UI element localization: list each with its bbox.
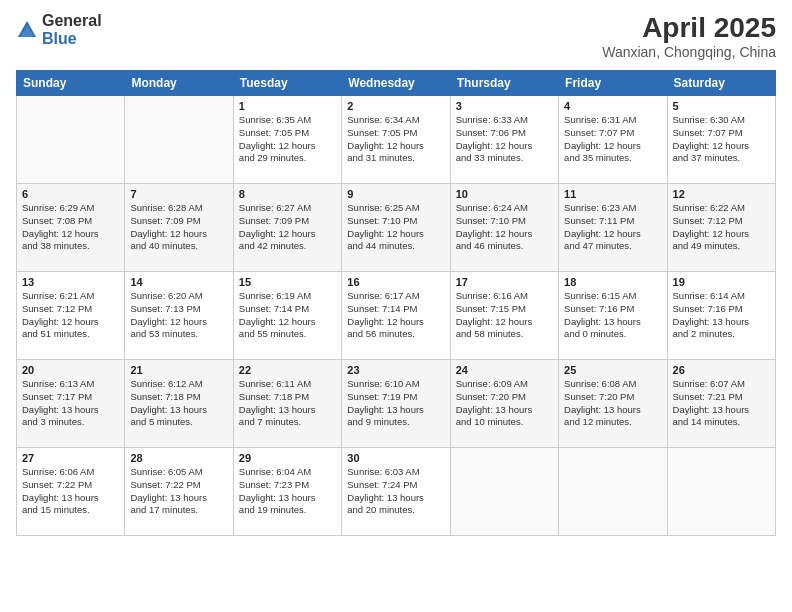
calendar-week-row: 13Sunrise: 6:21 AM Sunset: 7:12 PM Dayli… — [17, 272, 776, 360]
calendar-week-row: 6Sunrise: 6:29 AM Sunset: 7:08 PM Daylig… — [17, 184, 776, 272]
day-number: 30 — [347, 452, 444, 464]
day-number: 19 — [673, 276, 770, 288]
logo-blue: Blue — [42, 30, 102, 48]
calendar-cell: 2Sunrise: 6:34 AM Sunset: 7:05 PM Daylig… — [342, 96, 450, 184]
calendar-cell — [667, 448, 775, 536]
calendar-cell: 15Sunrise: 6:19 AM Sunset: 7:14 PM Dayli… — [233, 272, 341, 360]
day-info: Sunrise: 6:21 AM Sunset: 7:12 PM Dayligh… — [22, 290, 119, 341]
logo-general: General — [42, 12, 102, 30]
day-number: 15 — [239, 276, 336, 288]
month-year: April 2025 — [602, 12, 776, 44]
day-info: Sunrise: 6:06 AM Sunset: 7:22 PM Dayligh… — [22, 466, 119, 517]
calendar-week-row: 27Sunrise: 6:06 AM Sunset: 7:22 PM Dayli… — [17, 448, 776, 536]
day-number: 11 — [564, 188, 661, 200]
calendar-week-row: 1Sunrise: 6:35 AM Sunset: 7:05 PM Daylig… — [17, 96, 776, 184]
day-number: 26 — [673, 364, 770, 376]
weekday-header-row: SundayMondayTuesdayWednesdayThursdayFrid… — [17, 71, 776, 96]
day-info: Sunrise: 6:14 AM Sunset: 7:16 PM Dayligh… — [673, 290, 770, 341]
calendar-cell — [559, 448, 667, 536]
day-info: Sunrise: 6:16 AM Sunset: 7:15 PM Dayligh… — [456, 290, 553, 341]
day-info: Sunrise: 6:35 AM Sunset: 7:05 PM Dayligh… — [239, 114, 336, 165]
day-info: Sunrise: 6:09 AM Sunset: 7:20 PM Dayligh… — [456, 378, 553, 429]
day-info: Sunrise: 6:11 AM Sunset: 7:18 PM Dayligh… — [239, 378, 336, 429]
day-number: 6 — [22, 188, 119, 200]
day-info: Sunrise: 6:07 AM Sunset: 7:21 PM Dayligh… — [673, 378, 770, 429]
day-info: Sunrise: 6:15 AM Sunset: 7:16 PM Dayligh… — [564, 290, 661, 341]
day-number: 25 — [564, 364, 661, 376]
day-number: 7 — [130, 188, 227, 200]
calendar-cell — [125, 96, 233, 184]
day-info: Sunrise: 6:17 AM Sunset: 7:14 PM Dayligh… — [347, 290, 444, 341]
calendar-cell: 24Sunrise: 6:09 AM Sunset: 7:20 PM Dayli… — [450, 360, 558, 448]
calendar-cell — [450, 448, 558, 536]
calendar-cell: 7Sunrise: 6:28 AM Sunset: 7:09 PM Daylig… — [125, 184, 233, 272]
calendar-cell: 9Sunrise: 6:25 AM Sunset: 7:10 PM Daylig… — [342, 184, 450, 272]
calendar-cell: 29Sunrise: 6:04 AM Sunset: 7:23 PM Dayli… — [233, 448, 341, 536]
day-info: Sunrise: 6:20 AM Sunset: 7:13 PM Dayligh… — [130, 290, 227, 341]
calendar-cell: 19Sunrise: 6:14 AM Sunset: 7:16 PM Dayli… — [667, 272, 775, 360]
logo: General Blue — [16, 12, 102, 47]
day-number: 2 — [347, 100, 444, 112]
calendar-cell: 13Sunrise: 6:21 AM Sunset: 7:12 PM Dayli… — [17, 272, 125, 360]
calendar-cell: 27Sunrise: 6:06 AM Sunset: 7:22 PM Dayli… — [17, 448, 125, 536]
calendar-cell: 28Sunrise: 6:05 AM Sunset: 7:22 PM Dayli… — [125, 448, 233, 536]
day-number: 12 — [673, 188, 770, 200]
weekday-header-thursday: Thursday — [450, 71, 558, 96]
calendar-cell: 4Sunrise: 6:31 AM Sunset: 7:07 PM Daylig… — [559, 96, 667, 184]
weekday-header-wednesday: Wednesday — [342, 71, 450, 96]
day-number: 13 — [22, 276, 119, 288]
day-info: Sunrise: 6:05 AM Sunset: 7:22 PM Dayligh… — [130, 466, 227, 517]
day-number: 20 — [22, 364, 119, 376]
day-info: Sunrise: 6:13 AM Sunset: 7:17 PM Dayligh… — [22, 378, 119, 429]
day-number: 28 — [130, 452, 227, 464]
day-number: 8 — [239, 188, 336, 200]
calendar-cell: 22Sunrise: 6:11 AM Sunset: 7:18 PM Dayli… — [233, 360, 341, 448]
weekday-header-monday: Monday — [125, 71, 233, 96]
day-info: Sunrise: 6:10 AM Sunset: 7:19 PM Dayligh… — [347, 378, 444, 429]
calendar-cell: 10Sunrise: 6:24 AM Sunset: 7:10 PM Dayli… — [450, 184, 558, 272]
day-number: 10 — [456, 188, 553, 200]
calendar-cell — [17, 96, 125, 184]
day-number: 16 — [347, 276, 444, 288]
day-number: 1 — [239, 100, 336, 112]
day-info: Sunrise: 6:24 AM Sunset: 7:10 PM Dayligh… — [456, 202, 553, 253]
calendar-table: SundayMondayTuesdayWednesdayThursdayFrid… — [16, 70, 776, 536]
calendar-page: General Blue April 2025 Wanxian, Chongqi… — [0, 0, 792, 612]
day-info: Sunrise: 6:12 AM Sunset: 7:18 PM Dayligh… — [130, 378, 227, 429]
day-info: Sunrise: 6:33 AM Sunset: 7:06 PM Dayligh… — [456, 114, 553, 165]
calendar-cell: 25Sunrise: 6:08 AM Sunset: 7:20 PM Dayli… — [559, 360, 667, 448]
calendar-cell: 26Sunrise: 6:07 AM Sunset: 7:21 PM Dayli… — [667, 360, 775, 448]
calendar-cell: 6Sunrise: 6:29 AM Sunset: 7:08 PM Daylig… — [17, 184, 125, 272]
day-number: 17 — [456, 276, 553, 288]
calendar-cell: 30Sunrise: 6:03 AM Sunset: 7:24 PM Dayli… — [342, 448, 450, 536]
calendar-cell: 8Sunrise: 6:27 AM Sunset: 7:09 PM Daylig… — [233, 184, 341, 272]
day-number: 18 — [564, 276, 661, 288]
location: Wanxian, Chongqing, China — [602, 44, 776, 60]
weekday-header-sunday: Sunday — [17, 71, 125, 96]
day-info: Sunrise: 6:08 AM Sunset: 7:20 PM Dayligh… — [564, 378, 661, 429]
calendar-cell: 11Sunrise: 6:23 AM Sunset: 7:11 PM Dayli… — [559, 184, 667, 272]
title-block: April 2025 Wanxian, Chongqing, China — [602, 12, 776, 60]
day-info: Sunrise: 6:19 AM Sunset: 7:14 PM Dayligh… — [239, 290, 336, 341]
day-info: Sunrise: 6:23 AM Sunset: 7:11 PM Dayligh… — [564, 202, 661, 253]
calendar-cell: 21Sunrise: 6:12 AM Sunset: 7:18 PM Dayli… — [125, 360, 233, 448]
day-number: 21 — [130, 364, 227, 376]
day-number: 14 — [130, 276, 227, 288]
day-number: 24 — [456, 364, 553, 376]
weekday-header-tuesday: Tuesday — [233, 71, 341, 96]
calendar-cell: 16Sunrise: 6:17 AM Sunset: 7:14 PM Dayli… — [342, 272, 450, 360]
header: General Blue April 2025 Wanxian, Chongqi… — [16, 12, 776, 60]
day-number: 23 — [347, 364, 444, 376]
weekday-header-saturday: Saturday — [667, 71, 775, 96]
day-info: Sunrise: 6:30 AM Sunset: 7:07 PM Dayligh… — [673, 114, 770, 165]
calendar-cell: 17Sunrise: 6:16 AM Sunset: 7:15 PM Dayli… — [450, 272, 558, 360]
day-info: Sunrise: 6:22 AM Sunset: 7:12 PM Dayligh… — [673, 202, 770, 253]
day-info: Sunrise: 6:03 AM Sunset: 7:24 PM Dayligh… — [347, 466, 444, 517]
day-number: 3 — [456, 100, 553, 112]
logo-icon — [16, 19, 38, 41]
day-number: 5 — [673, 100, 770, 112]
calendar-cell: 12Sunrise: 6:22 AM Sunset: 7:12 PM Dayli… — [667, 184, 775, 272]
day-number: 9 — [347, 188, 444, 200]
day-info: Sunrise: 6:34 AM Sunset: 7:05 PM Dayligh… — [347, 114, 444, 165]
calendar-cell: 20Sunrise: 6:13 AM Sunset: 7:17 PM Dayli… — [17, 360, 125, 448]
